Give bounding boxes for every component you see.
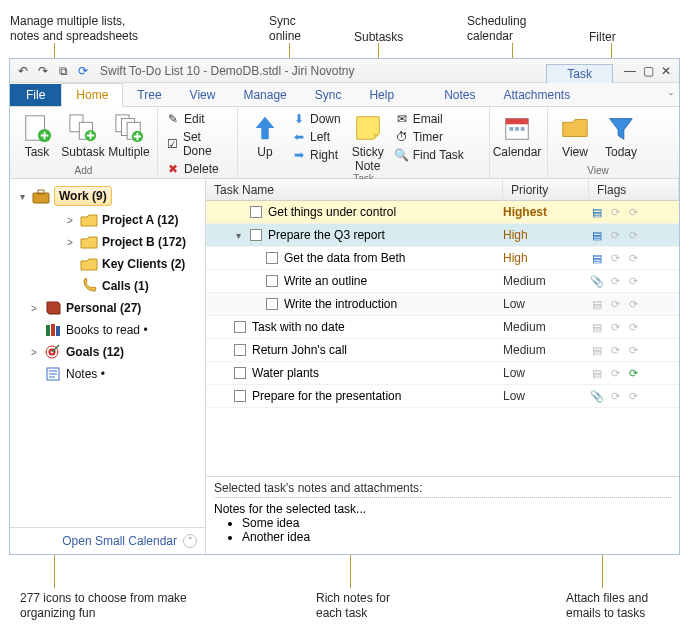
email-button[interactable]: ✉Email [393, 111, 466, 127]
expand-icon[interactable]: ▾ [16, 190, 28, 202]
close-button[interactable]: ✕ [657, 62, 675, 80]
copy-icon[interactable]: ⧉ [54, 62, 72, 80]
task-row[interactable]: Get the data from Beth High ▤⟳⟳ [206, 247, 679, 270]
delete-button[interactable]: ✖Delete [164, 161, 231, 177]
checkbox[interactable] [234, 321, 246, 333]
ribbon-collapse-icon[interactable]: ˇ [669, 92, 673, 106]
move-down-button[interactable]: ⬇Down [290, 111, 343, 127]
tab-attachments[interactable]: Attachments [490, 84, 585, 106]
task-row[interactable]: Return John's call Medium ▤⟳⟳ [206, 339, 679, 362]
task-list[interactable]: Get things under control Highest ▤⟳⟳ ▾ P… [206, 201, 679, 476]
col-flags[interactable]: Flags [589, 179, 679, 200]
tab-manage[interactable]: Manage [229, 84, 300, 106]
expand-icon[interactable] [64, 258, 76, 270]
rec-flag-icon[interactable]: ⟳ [625, 342, 641, 358]
tree-item[interactable]: Books to read • [12, 319, 203, 341]
tree-item[interactable]: > Personal (27) [12, 297, 203, 319]
maximize-button[interactable]: ▢ [639, 62, 657, 80]
note-flag-icon[interactable]: ▤ [589, 227, 605, 243]
tab-tree[interactable]: Tree [123, 84, 175, 106]
find-task-button[interactable]: 🔍Find Task [393, 147, 466, 163]
notes-body[interactable]: Notes for the selected task... Some idea… [214, 502, 671, 544]
rec-flag-icon[interactable]: ⟳ [625, 319, 641, 335]
checkbox[interactable] [266, 275, 278, 287]
col-task-name[interactable]: Task Name [206, 179, 503, 200]
tree-item[interactable]: ▾ Work (9) [12, 183, 203, 209]
today-filter-button[interactable]: Today [600, 111, 642, 159]
checkbox[interactable] [234, 344, 246, 356]
timer-button[interactable]: ⏱Timer [393, 129, 466, 145]
col-priority[interactable]: Priority [503, 179, 589, 200]
rec-flag-icon[interactable]: ⟳ [625, 365, 641, 381]
rec-flag-icon[interactable]: ⟳ [625, 273, 641, 289]
expand-icon[interactable]: > [28, 346, 40, 358]
note-flag-icon[interactable]: ▤ [589, 365, 605, 381]
refresh-icon[interactable]: ⟳ [74, 62, 92, 80]
tab-home[interactable]: Home [61, 83, 123, 107]
refresh-flag-icon[interactable]: ⟳ [607, 342, 623, 358]
checkbox[interactable] [234, 390, 246, 402]
task-row[interactable]: ▾ Prepare the Q3 report High ▤⟳⟳ [206, 224, 679, 247]
move-right-button[interactable]: ➡Right [290, 147, 343, 163]
add-multiple-button[interactable]: Multiple [108, 111, 150, 159]
note-flag-icon[interactable]: ▤ [589, 204, 605, 220]
expand-icon[interactable]: > [64, 236, 76, 248]
tab-help[interactable]: Help [355, 84, 408, 106]
add-subtask-button[interactable]: Subtask [62, 111, 104, 159]
task-row[interactable]: Write an outline Medium 📎⟳⟳ [206, 270, 679, 293]
refresh-flag-icon[interactable]: ⟳ [607, 296, 623, 312]
task-row[interactable]: Water plants Low ▤⟳⟳ [206, 362, 679, 385]
add-task-button[interactable]: Task [16, 111, 58, 159]
checkbox[interactable] [250, 206, 262, 218]
task-row[interactable]: Get things under control Highest ▤⟳⟳ [206, 201, 679, 224]
sticky-note-button[interactable]: Sticky Note [347, 111, 389, 173]
attach-flag-icon[interactable]: 📎 [589, 273, 605, 289]
open-small-calendar-button[interactable]: Open Small Calendar ˄ [10, 527, 205, 554]
checkbox[interactable] [266, 298, 278, 310]
tab-sync[interactable]: Sync [301, 84, 356, 106]
expand-icon[interactable] [28, 368, 40, 380]
tab-notes[interactable]: Notes [430, 84, 489, 106]
refresh-flag-icon[interactable]: ⟳ [607, 319, 623, 335]
calendar-button[interactable]: Calendar [496, 111, 538, 159]
tree-item[interactable]: > Project A (12) [12, 209, 203, 231]
checkbox[interactable] [266, 252, 278, 264]
refresh-flag-icon[interactable]: ⟳ [607, 227, 623, 243]
rec-flag-icon[interactable]: ⟳ [625, 250, 641, 266]
context-tab-task[interactable]: Task [546, 64, 613, 83]
file-tab[interactable]: File [10, 84, 61, 106]
set-done-button[interactable]: ☑Set Done [164, 129, 231, 159]
note-flag-icon[interactable]: ▤ [589, 342, 605, 358]
tree-item[interactable]: > Goals (12) [12, 341, 203, 363]
refresh-flag-icon[interactable]: ⟳ [607, 365, 623, 381]
expand-icon[interactable]: > [64, 214, 76, 226]
expand-icon[interactable]: ▾ [232, 230, 244, 241]
refresh-flag-icon[interactable]: ⟳ [607, 388, 623, 404]
move-left-button[interactable]: ⬅Left [290, 129, 343, 145]
redo-icon[interactable]: ↷ [34, 62, 52, 80]
attach-flag-icon[interactable]: 📎 [589, 388, 605, 404]
note-flag-icon[interactable]: ▤ [589, 319, 605, 335]
view-button[interactable]: View [554, 111, 596, 159]
rec-flag-icon[interactable]: ⟳ [625, 388, 641, 404]
tree-item[interactable]: Key Clients (2) [12, 253, 203, 275]
note-flag-icon[interactable]: ▤ [589, 250, 605, 266]
list-tree[interactable]: ▾ Work (9)> Project A (12)> Project B (1… [10, 179, 205, 527]
task-row[interactable]: Prepare for the presentation Low 📎⟳⟳ [206, 385, 679, 408]
expand-icon[interactable]: > [28, 302, 40, 314]
minimize-button[interactable]: — [621, 62, 639, 80]
tree-item[interactable]: Calls (1) [12, 275, 203, 297]
tree-item[interactable]: Notes • [12, 363, 203, 385]
rec-flag-icon[interactable]: ⟳ [625, 204, 641, 220]
refresh-flag-icon[interactable]: ⟳ [607, 273, 623, 289]
task-row[interactable]: Task with no date Medium ▤⟳⟳ [206, 316, 679, 339]
undo-icon[interactable]: ↶ [14, 62, 32, 80]
tree-item[interactable]: > Project B (172) [12, 231, 203, 253]
expand-icon[interactable] [28, 324, 40, 336]
checkbox[interactable] [250, 229, 262, 241]
tab-view[interactable]: View [176, 84, 230, 106]
rec-flag-icon[interactable]: ⟳ [625, 227, 641, 243]
expand-icon[interactable] [64, 280, 76, 292]
refresh-flag-icon[interactable]: ⟳ [607, 204, 623, 220]
note-flag-icon[interactable]: ▤ [589, 296, 605, 312]
